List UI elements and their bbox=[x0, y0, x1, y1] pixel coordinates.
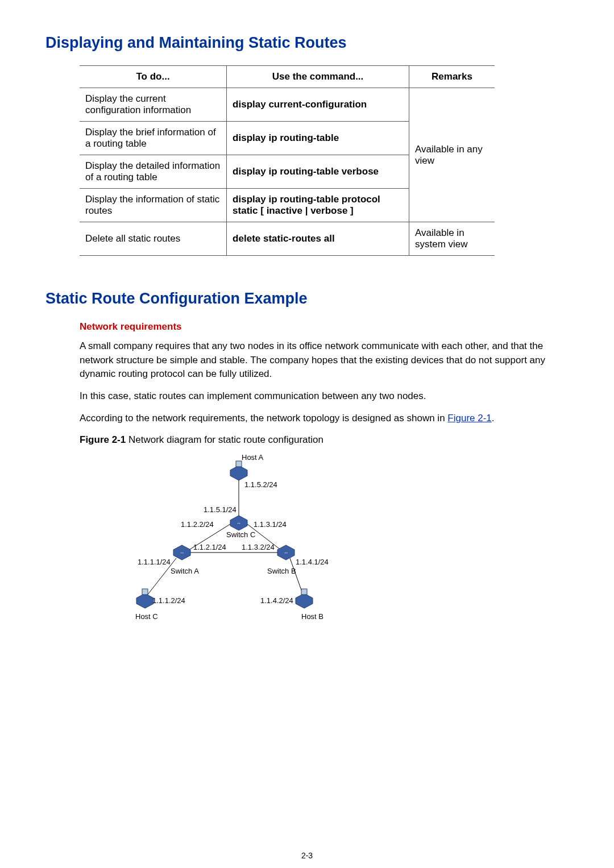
cell-cmd: delete static-routes all bbox=[227, 222, 409, 256]
label-ip: 1.1.2.1/24 bbox=[193, 543, 226, 551]
page-number: 2-3 bbox=[45, 851, 569, 860]
th-todo: To do... bbox=[80, 66, 227, 88]
label-ip: 1.1.1.1/24 bbox=[138, 558, 171, 566]
label-ip: 1.1.4.1/24 bbox=[296, 558, 329, 566]
cell-todo: Display the information of static routes bbox=[80, 189, 227, 222]
switch-b-icon: ↔ bbox=[277, 545, 294, 560]
paragraph: A small company requires that any two no… bbox=[80, 339, 569, 381]
network-diagram: ↔ ↔ ↔ Host A 1.1.5.2/24 1.1.5.1/24 1.1.2… bbox=[102, 453, 318, 635]
svg-rect-7 bbox=[236, 461, 242, 467]
label-switch-c: Switch C bbox=[226, 530, 255, 539]
label-switch-b: Switch B bbox=[267, 567, 296, 575]
th-remarks: Remarks bbox=[409, 66, 495, 88]
svg-text:↔: ↔ bbox=[180, 550, 184, 555]
figure-caption-bold: Figure 2-1 bbox=[80, 434, 126, 445]
th-cmd: Use the command... bbox=[227, 66, 409, 88]
cell-cmd: display ip routing-table protocol static… bbox=[227, 189, 409, 222]
cell-todo: Delete all static routes bbox=[80, 222, 227, 256]
svg-marker-6 bbox=[230, 466, 247, 480]
label-ip: 1.1.2.2/24 bbox=[181, 520, 214, 529]
label-ip: 1.1.3.1/24 bbox=[254, 520, 287, 529]
label-host-c: Host C bbox=[135, 612, 158, 621]
subheading-network-req: Network requirements bbox=[80, 321, 569, 333]
label-ip: 1.1.4.2/24 bbox=[260, 596, 293, 605]
table-row: Display the current configuration inform… bbox=[80, 88, 495, 122]
cell-todo: Display the brief information of a routi… bbox=[80, 122, 227, 155]
svg-marker-14 bbox=[136, 593, 154, 608]
label-switch-a: Switch A bbox=[171, 567, 199, 575]
host-a-icon bbox=[230, 461, 247, 480]
svg-marker-16 bbox=[296, 593, 313, 608]
svg-rect-15 bbox=[142, 589, 148, 595]
paragraph: In this case, static routes can implemen… bbox=[80, 389, 569, 404]
switch-a-icon: ↔ bbox=[173, 545, 190, 560]
host-b-icon bbox=[296, 589, 313, 608]
heading-displaying: Displaying and Maintaining Static Routes bbox=[45, 34, 569, 52]
text: According to the network requirements, t… bbox=[80, 413, 447, 423]
figure-caption: Figure 2-1 Network diagram for static ro… bbox=[80, 433, 569, 447]
paragraph: According to the network requirements, t… bbox=[80, 412, 569, 426]
cell-todo: Display the detailed information of a ro… bbox=[80, 155, 227, 189]
cell-cmd: display ip routing-table verbose bbox=[227, 155, 409, 189]
svg-rect-17 bbox=[301, 589, 307, 595]
text: . bbox=[492, 413, 495, 423]
label-ip: 1.1.5.2/24 bbox=[244, 480, 277, 489]
cell-todo: Display the current configuration inform… bbox=[80, 88, 227, 122]
label-ip: 1.1.3.2/24 bbox=[242, 543, 275, 551]
host-c-icon bbox=[136, 589, 154, 608]
table-row: Delete all static routes delete static-r… bbox=[80, 222, 495, 256]
cell-remarks: Available in any view bbox=[409, 88, 495, 222]
label-host-b: Host B bbox=[301, 612, 323, 621]
heading-example: Static Route Configuration Example bbox=[45, 290, 569, 308]
label-host-a: Host A bbox=[242, 453, 263, 462]
label-ip: 1.1.1.2/24 bbox=[152, 596, 185, 605]
switch-c-icon: ↔ bbox=[230, 516, 247, 530]
cell-cmd: display current-configuration bbox=[227, 88, 409, 122]
figure-caption-text: Network diagram for static route configu… bbox=[126, 434, 323, 445]
svg-text:↔: ↔ bbox=[284, 550, 288, 555]
commands-table: To do... Use the command... Remarks Disp… bbox=[80, 65, 495, 256]
svg-text:↔: ↔ bbox=[237, 521, 241, 526]
cell-cmd: display ip routing-table bbox=[227, 122, 409, 155]
cell-remarks: Available in system view bbox=[409, 222, 495, 256]
figure-link[interactable]: Figure 2-1 bbox=[447, 413, 491, 423]
label-ip: 1.1.5.1/24 bbox=[204, 505, 237, 514]
